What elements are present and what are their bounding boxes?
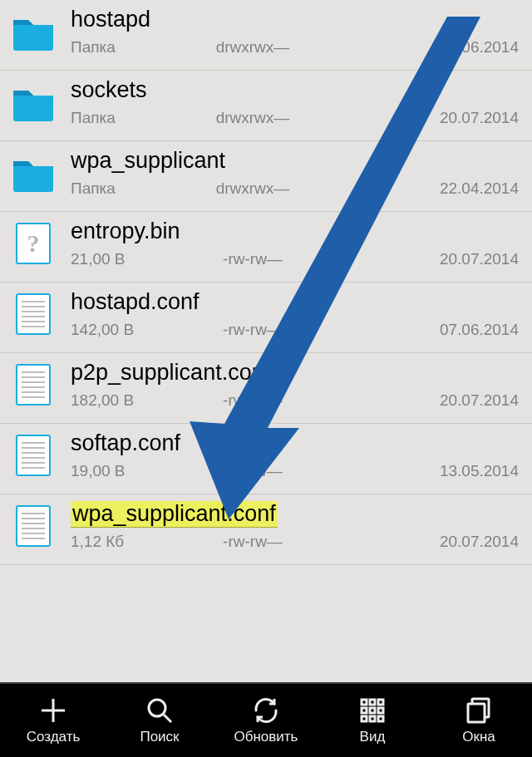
- svg-rect-18: [22, 447, 45, 449]
- svg-rect-9: [17, 365, 50, 405]
- folder-icon: [10, 150, 57, 196]
- file-row[interactable]: softap.conf19,00 B-rw-rw—13.05.2014: [0, 424, 532, 494]
- svg-rect-29: [22, 538, 45, 539]
- file-date: 20.07.2014: [440, 533, 519, 551]
- svg-rect-39: [370, 708, 375, 713]
- file-text-icon: [10, 361, 57, 408]
- svg-rect-40: [378, 708, 383, 713]
- svg-rect-37: [378, 700, 383, 705]
- svg-rect-26: [22, 523, 45, 524]
- file-row[interactable]: wpa_supplicantПапкаdrwxrwx—22.04.2014: [0, 141, 532, 212]
- svg-text:?: ?: [27, 229, 40, 257]
- file-row[interactable]: socketsПапкаdrwxrwx—20.07.2014: [0, 71, 532, 141]
- file-row[interactable]: wpa_supplicant.conf1,12 Кб-rw-rw—20.07.2…: [0, 494, 532, 565]
- folder-icon: [10, 79, 57, 125]
- file-date: 13.05.2014: [440, 462, 519, 480]
- refresh-icon: [251, 696, 281, 725]
- svg-rect-2: [17, 294, 50, 334]
- svg-rect-38: [362, 708, 367, 713]
- file-permissions: -rw-rw—: [203, 462, 303, 480]
- file-size: 21,00 B: [71, 250, 126, 268]
- svg-rect-27: [22, 528, 45, 529]
- view-button[interactable]: Вид: [319, 684, 426, 757]
- search-label: Поиск: [140, 729, 179, 745]
- plus-icon: [38, 696, 68, 725]
- file-permissions: drwxrwx—: [203, 179, 303, 198]
- svg-rect-16: [17, 435, 50, 475]
- search-button[interactable]: Поиск: [106, 684, 213, 757]
- file-date: 22.04.2014: [440, 179, 519, 198]
- svg-rect-19: [22, 452, 45, 454]
- file-permissions: drwxrwx—: [203, 38, 303, 57]
- file-permissions: drwxrwx—: [203, 109, 303, 127]
- svg-rect-7: [22, 321, 45, 322]
- svg-rect-35: [362, 700, 367, 705]
- folder-icon: [10, 8, 57, 55]
- svg-point-33: [149, 700, 165, 716]
- file-type-label: Папка: [71, 109, 116, 127]
- file-permissions: -rw-rw—: [203, 250, 303, 268]
- svg-rect-17: [22, 442, 45, 444]
- create-label: Создать: [27, 729, 81, 745]
- svg-rect-21: [22, 462, 45, 464]
- file-row[interactable]: hostapd.conf142,00 B-rw-rw—07.06.2014: [0, 283, 532, 353]
- windows-button[interactable]: Окна: [426, 684, 532, 757]
- create-button[interactable]: Создать: [0, 684, 106, 757]
- file-name: hostapd.conf: [71, 289, 200, 315]
- svg-rect-3: [22, 301, 45, 302]
- file-name: p2p_supplicant.conf: [71, 360, 270, 386]
- file-permissions: -rw-rw—: [203, 533, 303, 551]
- file-name: softap.conf: [71, 430, 180, 456]
- file-size: 182,00 B: [71, 391, 134, 410]
- svg-rect-22: [22, 467, 45, 469]
- svg-rect-24: [22, 513, 45, 514]
- file-size: 19,00 B: [71, 462, 126, 480]
- svg-rect-25: [22, 518, 45, 519]
- svg-rect-23: [17, 506, 50, 546]
- file-date: 20.07.2014: [440, 109, 519, 127]
- file-size: 1,12 Кб: [71, 533, 124, 551]
- svg-rect-11: [22, 376, 45, 378]
- svg-rect-41: [362, 716, 367, 721]
- file-date: 20.07.2014: [440, 391, 519, 410]
- file-unknown-icon: ?: [10, 220, 57, 267]
- file-text-icon: [10, 291, 57, 337]
- file-row[interactable]: hostapdПапкаdrwxrwx—07.06.2014: [0, 0, 532, 71]
- svg-rect-43: [378, 716, 383, 721]
- file-type-label: Папка: [71, 179, 116, 198]
- file-row[interactable]: p2p_supplicant.conf182,00 B-rw-rw—20.07.…: [0, 353, 532, 424]
- svg-rect-12: [22, 381, 45, 383]
- svg-rect-15: [22, 396, 45, 398]
- svg-rect-20: [22, 457, 45, 459]
- svg-rect-4: [22, 306, 45, 307]
- file-date: 20.07.2014: [440, 250, 519, 268]
- search-icon: [145, 696, 175, 725]
- file-row[interactable]: ?entropy.bin21,00 B-rw-rw—20.07.2014: [0, 212, 532, 283]
- grid-icon: [357, 696, 387, 725]
- svg-rect-6: [22, 316, 45, 317]
- svg-rect-36: [370, 700, 375, 705]
- refresh-label: Обновить: [234, 729, 298, 745]
- file-name: sockets: [71, 77, 147, 103]
- toolbar: Создать Поиск Обновить Вид Окна: [0, 682, 532, 757]
- refresh-button[interactable]: Обновить: [213, 684, 319, 757]
- svg-rect-10: [22, 371, 45, 373]
- svg-rect-5: [22, 311, 45, 312]
- file-permissions: -rw-rw—: [203, 391, 303, 410]
- svg-rect-28: [22, 533, 45, 534]
- file-type-label: Папка: [71, 38, 116, 57]
- file-date: 07.06.2014: [440, 321, 519, 339]
- file-name: entropy.bin: [71, 219, 180, 244]
- svg-rect-8: [22, 326, 45, 327]
- view-label: Вид: [360, 729, 386, 745]
- svg-rect-14: [22, 391, 45, 393]
- file-name: wpa_supplicant: [71, 148, 225, 174]
- file-size: 142,00 B: [71, 321, 134, 339]
- svg-line-34: [164, 715, 171, 722]
- svg-rect-45: [468, 704, 485, 722]
- file-text-icon: [10, 503, 57, 549]
- file-name: hostapd: [71, 7, 150, 32]
- windows-icon: [464, 696, 494, 725]
- file-text-icon: [10, 432, 57, 479]
- svg-rect-13: [22, 386, 45, 388]
